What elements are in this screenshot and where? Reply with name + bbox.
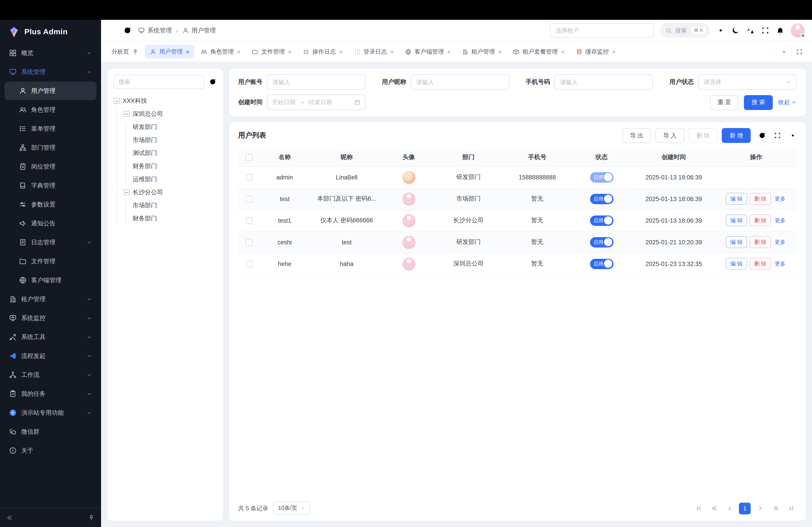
jump-back-button[interactable] xyxy=(708,502,720,514)
edit-button[interactable]: 编 辑 xyxy=(726,236,747,248)
sidebar-item-tenant-management[interactable]: 租户管理 xyxy=(4,290,97,308)
sidebar-item-log-management[interactable]: 日志管理 xyxy=(4,233,97,252)
tree-node-dept[interactable]: 研发部门 xyxy=(126,120,217,133)
tree-collapse-icon[interactable] xyxy=(124,189,129,195)
status-toggle[interactable]: 启用 xyxy=(590,258,613,269)
tree-collapse-icon[interactable] xyxy=(124,111,129,117)
delete-row-button[interactable]: 删 除 xyxy=(750,236,771,248)
jump-forward-button[interactable] xyxy=(770,502,781,514)
tree-node-dept[interactable]: 运维部门 xyxy=(126,173,217,186)
close-icon[interactable]: × xyxy=(561,48,565,55)
sidebar-item-client-management[interactable]: 客户端管理 xyxy=(4,271,97,289)
status-toggle[interactable]: 启用 xyxy=(590,215,613,226)
sidebar-item-system-management[interactable]: 系统管理 xyxy=(4,63,97,81)
sidebar-item-post-management[interactable]: 岗位管理 xyxy=(4,157,97,176)
tree-node-dept[interactable]: 财务部门 xyxy=(126,212,217,225)
sidebar-item-about[interactable]: 关于 xyxy=(4,441,97,460)
sidebar-item-overview[interactable]: 概览 xyxy=(4,44,97,62)
tree-collapse-icon[interactable] xyxy=(114,98,119,104)
pin-sidebar-icon[interactable] xyxy=(88,514,95,521)
language-icon[interactable] xyxy=(746,26,755,35)
date-range-picker[interactable]: 开始日期 结束日期 xyxy=(267,95,365,110)
export-button[interactable]: 导 出 xyxy=(622,128,651,143)
content-fullscreen-button[interactable] xyxy=(791,45,807,58)
more-button[interactable]: 更多 xyxy=(774,193,786,205)
select-all-checkbox[interactable] xyxy=(246,154,252,161)
sidebar-item-notice[interactable]: 通知公告 xyxy=(4,214,97,232)
sidebar-item-dict-management[interactable]: 字典管理 xyxy=(4,176,97,195)
close-icon[interactable]: × xyxy=(498,48,502,55)
hamburger-menu-icon[interactable] xyxy=(108,26,117,35)
row-checkbox[interactable] xyxy=(246,174,252,181)
breadcrumb-item-user[interactable]: 用户管理 xyxy=(182,26,216,34)
tab-tenant-package[interactable]: 租户套餐管理× xyxy=(508,45,569,59)
tree-node-company[interactable]: 长沙分公司 xyxy=(117,186,217,199)
tenant-select-input[interactable] xyxy=(550,23,653,38)
close-icon[interactable]: × xyxy=(447,48,451,55)
status-select[interactable]: 请选择 xyxy=(698,74,797,90)
tree-node-company[interactable]: 深圳总公司 xyxy=(117,107,217,120)
pin-icon[interactable] xyxy=(132,48,139,55)
phone-input[interactable] xyxy=(555,74,653,90)
close-icon[interactable]: × xyxy=(390,48,394,55)
sidebar-item-dept-management[interactable]: 部门管理 xyxy=(4,138,97,157)
tab-user-management[interactable]: 用户管理× xyxy=(145,45,194,59)
sidebar-item-demo-features[interactable]: 演示站专用功能 xyxy=(4,404,97,422)
tree-node-dept[interactable]: 市场部门 xyxy=(126,133,217,147)
sidebar-item-process-start[interactable]: 流程发起 xyxy=(4,347,97,365)
status-toggle[interactable]: 启用 xyxy=(590,172,613,182)
page-size-select[interactable]: 10条/页 xyxy=(274,502,310,515)
more-button[interactable]: 更多 xyxy=(774,215,786,226)
status-toggle[interactable]: 启用 xyxy=(590,194,613,204)
more-button[interactable]: 更多 xyxy=(774,258,786,270)
table-settings-icon[interactable] xyxy=(789,132,797,139)
sidebar-item-my-tasks[interactable]: 我的任务 xyxy=(4,385,97,403)
sidebar-item-wechat-group[interactable]: 微信群 xyxy=(4,422,97,441)
user-avatar[interactable] xyxy=(791,24,805,37)
search-button[interactable]: 搜 索 xyxy=(744,95,773,110)
last-page-button[interactable] xyxy=(785,502,797,514)
gear-icon[interactable] xyxy=(716,26,725,35)
collapse-filter-link[interactable]: 收起 xyxy=(778,98,797,106)
edit-button[interactable]: 编 辑 xyxy=(726,193,747,205)
edit-button[interactable]: 编 辑 xyxy=(726,258,747,270)
sidebar-item-workflow[interactable]: 工作流 xyxy=(4,366,97,384)
nickname-input[interactable] xyxy=(411,74,509,90)
sidebar-item-file-management[interactable]: 文件管理 xyxy=(4,252,97,270)
tab-tenant-management[interactable]: 租户管理× xyxy=(457,45,507,59)
collapse-sidebar-icon[interactable] xyxy=(6,514,13,521)
tab-cache-monitor[interactable]: 缓存监控× xyxy=(571,45,621,59)
next-page-button[interactable] xyxy=(754,502,766,514)
first-page-button[interactable] xyxy=(693,502,705,514)
tab-list-dropdown-button[interactable] xyxy=(776,45,791,58)
account-input[interactable] xyxy=(267,74,365,90)
prev-page-button[interactable] xyxy=(724,502,735,514)
table-fullscreen-icon[interactable] xyxy=(774,132,781,139)
close-icon[interactable]: × xyxy=(339,48,343,55)
tree-search-input[interactable] xyxy=(114,75,204,89)
tab-role-management[interactable]: 角色管理× xyxy=(196,45,245,59)
more-button[interactable]: 更多 xyxy=(774,236,786,248)
tab-login-log[interactable]: 登录日志× xyxy=(349,45,399,59)
sidebar-item-menu-management[interactable]: 菜单管理 xyxy=(4,119,97,138)
import-button[interactable]: 导 入 xyxy=(655,128,684,143)
close-icon[interactable]: × xyxy=(237,48,241,55)
sidebar-item-param-settings[interactable]: 参数设置 xyxy=(4,195,97,214)
sidebar-item-user-management[interactable]: 用户管理 xyxy=(4,81,97,100)
reset-button[interactable]: 重 置 xyxy=(710,95,739,110)
tree-node-dept[interactable]: 市场部门 xyxy=(126,199,217,212)
tree-node-root[interactable]: XXX科技 xyxy=(114,94,217,107)
dark-mode-icon[interactable] xyxy=(731,26,740,35)
breadcrumb-item-system[interactable]: 系统管理 xyxy=(138,26,172,34)
sidebar-item-system-tools[interactable]: 系统工具 xyxy=(4,328,97,346)
table-refresh-icon[interactable] xyxy=(758,132,766,139)
delete-button[interactable]: 删 除 xyxy=(689,128,717,143)
tree-node-dept[interactable]: 测试部门 xyxy=(126,147,217,160)
edit-button[interactable]: 编 辑 xyxy=(726,215,747,226)
tab-client-management[interactable]: 客户端管理× xyxy=(400,45,455,59)
delete-row-button[interactable]: 删 除 xyxy=(750,215,771,226)
tab-file-management[interactable]: 文件管理× xyxy=(247,45,296,59)
global-search-button[interactable]: 搜索 ⌘ K xyxy=(660,23,710,38)
delete-row-button[interactable]: 删 除 xyxy=(750,258,771,270)
status-toggle[interactable]: 启用 xyxy=(590,237,613,247)
